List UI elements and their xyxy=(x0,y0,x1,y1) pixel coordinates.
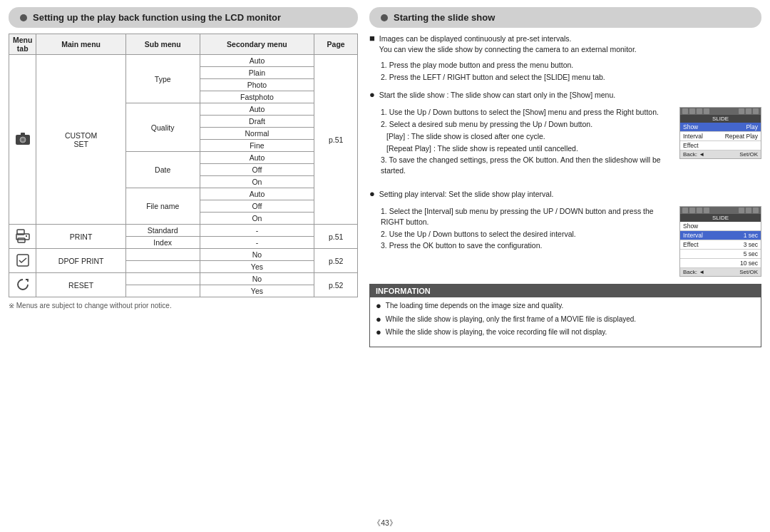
filename-off: Off xyxy=(200,200,314,213)
right-header-title: Starting the slide show xyxy=(394,12,495,23)
footer-note: ※ Menus are subject to change without pr… xyxy=(9,302,358,310)
slide-icon xyxy=(753,108,759,114)
intro-bullet-symbol: ■ xyxy=(369,34,375,44)
slide-ui-2-row-show: Show xyxy=(680,222,761,231)
slide-icon xyxy=(682,208,688,213)
reset-no: No xyxy=(200,273,314,285)
slide-ui-2-title: SLIDE xyxy=(680,214,761,222)
col-main-menu: Main menu xyxy=(36,34,125,55)
slide-ui-2-row-5sec: 5 sec xyxy=(680,250,761,259)
right-panel: Starting the slide show ■ Images can be … xyxy=(369,7,761,512)
slide-icon xyxy=(739,208,744,213)
interval-bullet-item: ● Setting play interval: Set the slide s… xyxy=(369,189,761,200)
start-step-3: 3. To save the changed settings, press t… xyxy=(381,155,674,175)
slide-icon xyxy=(704,108,709,114)
print-page: p.51 xyxy=(314,225,358,249)
quality-auto: Auto xyxy=(200,103,314,116)
slide-row-value: 3 sec xyxy=(744,241,758,248)
right-section-header: Starting the slide show xyxy=(369,7,761,28)
info-text-2: While the slide show is playing, only th… xyxy=(386,314,636,324)
slide-ui-2-icons xyxy=(682,208,709,213)
reset-submenu-empty2 xyxy=(125,285,200,297)
intro-bullet-list: ■ Images can be displayed continuously a… xyxy=(369,34,761,54)
svg-rect-8 xyxy=(17,255,29,266)
interval-step-3: 3. Press the OK button to save the confi… xyxy=(381,240,674,251)
info-box-header: INFORMATION xyxy=(370,285,761,297)
interval-bullet-symbol: ● xyxy=(369,189,375,199)
col-sub-menu: Sub menu xyxy=(125,34,200,55)
start-step-1: 1. Use the Up / Down buttons to select t… xyxy=(381,107,674,118)
start-steps-list: 1. Use the Up / Down buttons to select t… xyxy=(381,107,674,177)
reset-label: RESET xyxy=(36,273,125,297)
slide-ui-1-set: Set/OK xyxy=(739,151,758,158)
dpof-submenu-empty2 xyxy=(125,261,200,273)
icon-cell-custom xyxy=(9,55,36,225)
intro-steps-list: 1. Press the play mode button and press … xyxy=(381,60,761,82)
slide-icon xyxy=(689,108,695,114)
table-row: PRINT Standard - p.51 xyxy=(9,225,358,237)
slide-icon xyxy=(746,108,751,114)
slide-ui-2-back: Back: ◄ xyxy=(683,269,704,275)
intro-block: ■ Images can be displayed continuously a… xyxy=(369,34,761,83)
menu-table: Menu tab Main menu Sub menu Secondary me… xyxy=(9,34,358,297)
slide-row-value: 10 sec xyxy=(740,260,758,267)
col-menu-tab: Menu tab xyxy=(9,34,36,55)
slide-row-label: Effect xyxy=(683,142,699,149)
slide-icon xyxy=(697,208,702,213)
svg-rect-6 xyxy=(18,238,25,242)
dpof-page: p.52 xyxy=(314,249,358,273)
info-box-content: ● The loading time depends on the image … xyxy=(370,297,761,347)
reset-page: p.52 xyxy=(314,273,358,297)
slide-ui-2-header xyxy=(680,207,761,214)
info-text-3: While the slide show is playing, the voi… xyxy=(386,327,607,337)
svg-rect-1 xyxy=(21,133,25,135)
print-index-secondary: - xyxy=(200,237,314,249)
icon-cell-dpof xyxy=(9,249,36,273)
table-row: CUSTOMSET Type Auto p.51 xyxy=(9,55,358,67)
slide-ui-2: SLIDE Show Interval 1 sec Effect 3 sec xyxy=(679,206,761,277)
info-box: INFORMATION ● The loading time depends o… xyxy=(369,284,761,347)
print-icon xyxy=(16,229,30,243)
slide-icon xyxy=(704,208,709,213)
start-bullet-item: ● Start the slide show : The slide show … xyxy=(369,90,761,101)
slide-row-value: Play xyxy=(746,123,758,131)
custom-set-label: CUSTOMSET xyxy=(36,55,125,225)
header-bullet xyxy=(20,14,27,21)
left-header-title: Setting up the play back function using … xyxy=(33,12,281,23)
slide-ui-2-set: Set/OK xyxy=(739,269,758,275)
interval-step-1: 1. Select the [Interval] sub menu by pre… xyxy=(381,206,674,227)
icon-cell-reset xyxy=(9,273,36,297)
print-index: Index xyxy=(125,237,200,249)
table-row: DPOF PRINT No p.52 xyxy=(9,249,358,261)
interval-bullet-list: ● Setting play interval: Set the slide s… xyxy=(369,189,761,200)
svg-point-3 xyxy=(21,138,24,141)
start-bullet-list: ● Start the slide show : The slide show … xyxy=(369,90,761,101)
svg-rect-7 xyxy=(26,235,27,237)
slide-icon xyxy=(697,108,702,114)
page-number: 《43》 xyxy=(373,518,397,527)
filename-on: On xyxy=(200,213,314,225)
slide-icon xyxy=(689,208,695,213)
type-label: Type xyxy=(125,55,200,103)
slide-icon xyxy=(739,108,744,114)
info-bullet-1: ● The loading time depends on the image … xyxy=(376,301,755,311)
interval-step-2: 2. Use the Up / Down buttons to select t… xyxy=(381,229,674,240)
interval-text: Setting play interval: Set the slide sho… xyxy=(379,189,554,200)
col-page: Page xyxy=(314,34,358,55)
slide-ui-2-row-3sec: Effect 3 sec xyxy=(680,240,761,250)
slide-icon xyxy=(746,208,751,213)
slide-row-value: 5 sec xyxy=(744,250,758,257)
camera-icon xyxy=(15,131,31,147)
type-auto: Auto xyxy=(200,55,314,67)
filename-label: File name xyxy=(125,188,200,225)
quality-normal: Normal xyxy=(200,128,314,140)
info-bullet-sym-1: ● xyxy=(376,301,381,311)
info-bullet-sym-3: ● xyxy=(376,327,381,337)
slide-ui-2-row-interval: Interval 1 sec xyxy=(680,231,761,240)
interval-steps-list: 1. Select the [Interval] sub menu by pre… xyxy=(381,206,674,252)
start-step-repeat: [Repeat Play] : The slide show is repeat… xyxy=(386,143,674,154)
filename-auto: Auto xyxy=(200,188,314,200)
slide-ui-1-title: SLIDE xyxy=(680,115,761,123)
date-label: Date xyxy=(125,152,200,188)
start-step-play: [Play] : The slide show is closed after … xyxy=(386,131,674,142)
